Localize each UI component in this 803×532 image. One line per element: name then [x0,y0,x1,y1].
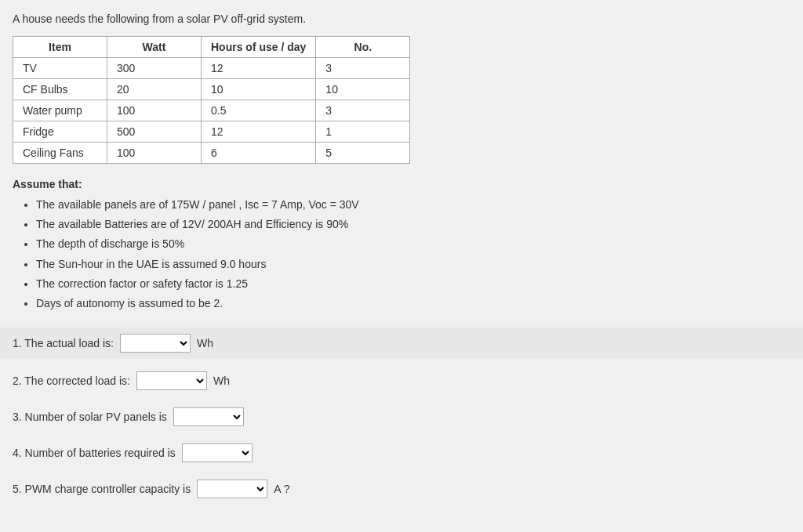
assumption-item: The correction factor or safety factor i… [36,274,790,294]
table-row: Ceiling Fans10065 [13,143,410,164]
question-row-4: 4. Number of batteries required is23456 [13,443,790,462]
question-label-2: 2. The corrected load is: [13,375,130,387]
question-label-5: 5. PWM charge controller capacity is [13,483,191,495]
table-row: Fridge500121 [13,121,410,143]
assumption-item: The depth of discharge is 50% [36,234,790,254]
table-cell: TV [13,58,107,79]
table-header: Item [13,37,107,58]
answer-select-4[interactable]: 23456 [182,443,253,462]
table-cell: 12 [202,121,316,143]
table-cell: 500 [107,121,202,143]
table-cell: 10 [202,79,316,100]
assumptions-list: The available panels are of 175W / panel… [13,195,790,313]
table-cell: 12 [202,58,316,79]
table-row: CF Bulbs201010 [13,79,410,100]
table-cell: 1 [316,121,410,143]
question-row-2: 2. The corrected load is:105001100012000… [13,371,790,390]
table-row: Water pump1000.53 [13,100,410,121]
table-cell: Water pump [13,100,107,121]
assumption-item: The available Batteries are of 12V/ 200A… [36,215,790,234]
table-header: No. [316,37,410,58]
table-cell: 300 [107,58,202,79]
question-row-1: 1. The actual load is:840090001000011000… [0,328,803,359]
answer-select-2[interactable]: 10500110001200013000 [136,371,207,390]
table-cell: 5 [316,143,410,164]
table-header: Hours of use / day [202,37,316,58]
unit-label-1: Wh [197,337,213,349]
intro-text: A house needs the following from a solar… [13,13,790,25]
table-cell: 100 [107,100,202,121]
table-row: TV300123 [13,58,410,79]
table-cell: CF Bulbs [13,79,107,100]
answer-select-5[interactable]: 1020304050 [197,480,267,498]
table-cell: 0.5 [202,100,316,121]
answer-select-1[interactable]: 840090001000011000 [120,334,191,353]
question-row-5: 5. PWM charge controller capacity is1020… [13,480,790,498]
table-cell: 10 [316,79,410,100]
table-cell: 20 [107,79,202,100]
assumptions-title: Assume that: [13,178,790,190]
table-cell: 3 [316,100,410,121]
question-label-3: 3. Number of solar PV panels is [13,411,167,423]
table-cell: 100 [107,143,202,164]
unit-label-2: Wh [213,375,230,387]
table-cell: Ceiling Fans [13,143,107,164]
unit-label-5: A ? [274,483,289,495]
question-label-4: 4. Number of batteries required is [13,447,176,459]
appliance-table: ItemWattHours of use / dayNo. TV300123CF… [13,36,410,164]
assumption-item: Days of autonomy is assumed to be 2. [36,294,790,313]
assumption-item: The Sun-hour in the UAE is assumed 9.0 h… [36,255,790,274]
answer-select-3[interactable]: 45678 [173,407,244,426]
assumption-item: The available panels are of 175W / panel… [36,195,790,215]
assumptions-section: Assume that: The available panels are of… [13,178,790,313]
table-cell: 3 [316,58,410,79]
table-header: Watt [107,37,202,58]
table-cell: 6 [202,143,316,164]
question-label-1: 1. The actual load is: [13,337,114,349]
table-cell: Fridge [13,121,107,143]
question-row-3: 3. Number of solar PV panels is45678 [13,407,790,426]
